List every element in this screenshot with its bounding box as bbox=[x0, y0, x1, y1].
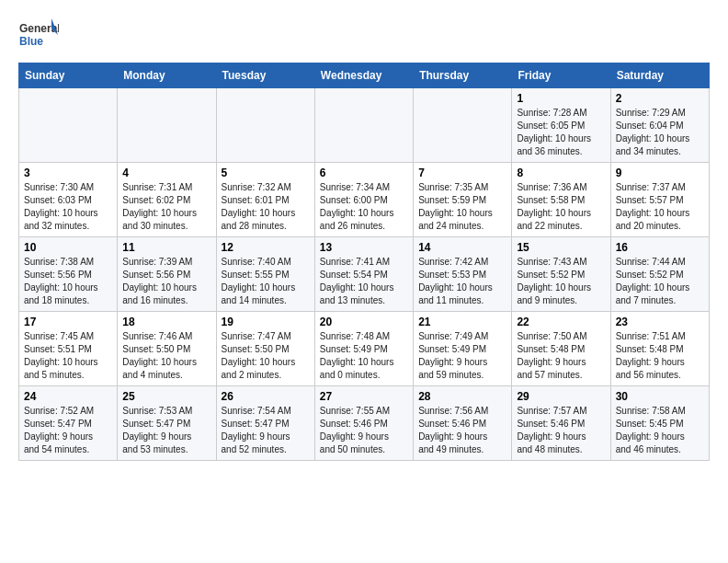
day-info: Sunrise: 7:34 AM Sunset: 6:00 PM Dayligh… bbox=[320, 181, 408, 233]
calendar-cell: 11Sunrise: 7:39 AM Sunset: 5:56 PM Dayli… bbox=[118, 237, 216, 312]
calendar-cell: 10Sunrise: 7:38 AM Sunset: 5:56 PM Dayli… bbox=[19, 237, 118, 312]
day-number: 29 bbox=[517, 390, 605, 403]
calendar-cell: 23Sunrise: 7:51 AM Sunset: 5:48 PM Dayli… bbox=[610, 312, 709, 386]
day-number: 8 bbox=[517, 167, 605, 179]
calendar-cell: 12Sunrise: 7:40 AM Sunset: 5:55 PM Dayli… bbox=[216, 237, 314, 312]
day-info: Sunrise: 7:50 AM Sunset: 5:48 PM Dayligh… bbox=[517, 330, 605, 382]
weekday-header-row: SundayMondayTuesdayWednesdayThursdayFrid… bbox=[19, 63, 710, 88]
calendar-cell: 17Sunrise: 7:45 AM Sunset: 5:51 PM Dayli… bbox=[19, 312, 118, 386]
week-row-2: 3Sunrise: 7:30 AM Sunset: 6:03 PM Daylig… bbox=[19, 163, 710, 237]
day-info: Sunrise: 7:49 AM Sunset: 5:49 PM Dayligh… bbox=[418, 330, 506, 382]
day-info: Sunrise: 7:56 AM Sunset: 5:46 PM Dayligh… bbox=[418, 405, 506, 456]
page: General Blue SundayMondayTuesdayWednesda… bbox=[0, 0, 728, 479]
day-number: 21 bbox=[418, 316, 506, 328]
weekday-header-friday: Friday bbox=[512, 63, 610, 88]
day-info: Sunrise: 7:52 AM Sunset: 5:47 PM Dayligh… bbox=[24, 405, 112, 456]
calendar-cell: 5Sunrise: 7:32 AM Sunset: 6:01 PM Daylig… bbox=[216, 163, 314, 237]
day-number: 5 bbox=[222, 167, 310, 179]
calendar-cell: 22Sunrise: 7:50 AM Sunset: 5:48 PM Dayli… bbox=[512, 312, 610, 386]
day-number: 16 bbox=[616, 241, 704, 254]
day-number: 22 bbox=[517, 316, 605, 328]
day-info: Sunrise: 7:47 AM Sunset: 5:50 PM Dayligh… bbox=[222, 330, 310, 382]
day-number: 23 bbox=[616, 316, 704, 328]
calendar-cell: 27Sunrise: 7:55 AM Sunset: 5:46 PM Dayli… bbox=[314, 386, 413, 461]
header: General Blue bbox=[18, 15, 710, 55]
day-info: Sunrise: 7:57 AM Sunset: 5:46 PM Dayligh… bbox=[517, 405, 605, 456]
calendar-cell bbox=[314, 88, 413, 163]
weekday-header-saturday: Saturday bbox=[610, 63, 709, 88]
day-number: 4 bbox=[122, 167, 210, 179]
calendar-cell: 30Sunrise: 7:58 AM Sunset: 5:45 PM Dayli… bbox=[610, 386, 709, 461]
weekday-header-sunday: Sunday bbox=[19, 63, 118, 88]
calendar-cell bbox=[414, 88, 512, 163]
day-number: 25 bbox=[122, 390, 210, 403]
week-row-5: 24Sunrise: 7:52 AM Sunset: 5:47 PM Dayli… bbox=[19, 386, 710, 461]
calendar-cell bbox=[216, 88, 314, 163]
calendar-cell: 13Sunrise: 7:41 AM Sunset: 5:54 PM Dayli… bbox=[314, 237, 413, 312]
calendar-cell: 8Sunrise: 7:36 AM Sunset: 5:58 PM Daylig… bbox=[512, 163, 610, 237]
weekday-header-thursday: Thursday bbox=[414, 63, 512, 88]
day-number: 27 bbox=[320, 390, 408, 403]
calendar-cell: 4Sunrise: 7:31 AM Sunset: 6:02 PM Daylig… bbox=[118, 163, 216, 237]
calendar-cell: 25Sunrise: 7:53 AM Sunset: 5:47 PM Dayli… bbox=[118, 386, 216, 461]
day-number: 19 bbox=[222, 316, 310, 328]
day-number: 24 bbox=[24, 390, 112, 403]
weekday-header-tuesday: Tuesday bbox=[216, 63, 314, 88]
day-info: Sunrise: 7:28 AM Sunset: 6:05 PM Dayligh… bbox=[517, 107, 605, 158]
calendar-cell: 3Sunrise: 7:30 AM Sunset: 6:03 PM Daylig… bbox=[19, 163, 118, 237]
day-number: 13 bbox=[320, 241, 408, 254]
calendar-table: SundayMondayTuesdayWednesdayThursdayFrid… bbox=[18, 63, 710, 461]
weekday-header-monday: Monday bbox=[118, 63, 216, 88]
calendar-cell: 9Sunrise: 7:37 AM Sunset: 5:57 PM Daylig… bbox=[610, 163, 709, 237]
calendar-cell: 14Sunrise: 7:42 AM Sunset: 5:53 PM Dayli… bbox=[414, 237, 512, 312]
day-info: Sunrise: 7:45 AM Sunset: 5:51 PM Dayligh… bbox=[24, 330, 112, 382]
day-number: 17 bbox=[24, 316, 112, 328]
day-info: Sunrise: 7:37 AM Sunset: 5:57 PM Dayligh… bbox=[616, 181, 704, 233]
day-number: 26 bbox=[222, 390, 310, 403]
day-number: 10 bbox=[24, 241, 112, 254]
day-number: 14 bbox=[418, 241, 506, 254]
calendar-cell: 15Sunrise: 7:43 AM Sunset: 5:52 PM Dayli… bbox=[512, 237, 610, 312]
day-info: Sunrise: 7:58 AM Sunset: 5:45 PM Dayligh… bbox=[616, 405, 704, 456]
week-row-3: 10Sunrise: 7:38 AM Sunset: 5:56 PM Dayli… bbox=[19, 237, 710, 312]
day-info: Sunrise: 7:35 AM Sunset: 5:59 PM Dayligh… bbox=[418, 181, 506, 233]
day-info: Sunrise: 7:32 AM Sunset: 6:01 PM Dayligh… bbox=[222, 181, 310, 233]
day-number: 3 bbox=[24, 167, 112, 179]
day-info: Sunrise: 7:38 AM Sunset: 5:56 PM Dayligh… bbox=[24, 256, 112, 307]
day-number: 28 bbox=[418, 390, 506, 403]
day-number: 6 bbox=[320, 167, 408, 179]
logo-svg: General Blue bbox=[18, 15, 59, 55]
day-info: Sunrise: 7:48 AM Sunset: 5:49 PM Dayligh… bbox=[320, 330, 408, 382]
calendar-cell: 6Sunrise: 7:34 AM Sunset: 6:00 PM Daylig… bbox=[314, 163, 413, 237]
weekday-header-wednesday: Wednesday bbox=[314, 63, 413, 88]
day-info: Sunrise: 7:43 AM Sunset: 5:52 PM Dayligh… bbox=[517, 256, 605, 307]
day-info: Sunrise: 7:44 AM Sunset: 5:52 PM Dayligh… bbox=[616, 256, 704, 307]
calendar-cell bbox=[118, 88, 216, 163]
day-number: 1 bbox=[517, 92, 605, 105]
week-row-1: 1Sunrise: 7:28 AM Sunset: 6:05 PM Daylig… bbox=[19, 88, 710, 163]
calendar-cell: 24Sunrise: 7:52 AM Sunset: 5:47 PM Dayli… bbox=[19, 386, 118, 461]
day-info: Sunrise: 7:36 AM Sunset: 5:58 PM Dayligh… bbox=[517, 181, 605, 233]
week-row-4: 17Sunrise: 7:45 AM Sunset: 5:51 PM Dayli… bbox=[19, 312, 710, 386]
day-number: 30 bbox=[616, 390, 704, 403]
day-info: Sunrise: 7:40 AM Sunset: 5:55 PM Dayligh… bbox=[222, 256, 310, 307]
calendar-cell: 18Sunrise: 7:46 AM Sunset: 5:50 PM Dayli… bbox=[118, 312, 216, 386]
calendar-cell: 20Sunrise: 7:48 AM Sunset: 5:49 PM Dayli… bbox=[314, 312, 413, 386]
day-info: Sunrise: 7:30 AM Sunset: 6:03 PM Dayligh… bbox=[24, 181, 112, 233]
day-number: 9 bbox=[616, 167, 704, 179]
day-number: 18 bbox=[122, 316, 210, 328]
calendar-cell: 28Sunrise: 7:56 AM Sunset: 5:46 PM Dayli… bbox=[414, 386, 512, 461]
day-info: Sunrise: 7:51 AM Sunset: 5:48 PM Dayligh… bbox=[616, 330, 704, 382]
calendar-body: 1Sunrise: 7:28 AM Sunset: 6:05 PM Daylig… bbox=[19, 88, 710, 461]
calendar-cell: 26Sunrise: 7:54 AM Sunset: 5:47 PM Dayli… bbox=[216, 386, 314, 461]
calendar-header: SundayMondayTuesdayWednesdayThursdayFrid… bbox=[19, 63, 710, 88]
calendar-cell: 1Sunrise: 7:28 AM Sunset: 6:05 PM Daylig… bbox=[512, 88, 610, 163]
calendar-cell bbox=[19, 88, 118, 163]
svg-text:Blue: Blue bbox=[19, 35, 43, 48]
day-number: 20 bbox=[320, 316, 408, 328]
calendar-cell: 2Sunrise: 7:29 AM Sunset: 6:04 PM Daylig… bbox=[610, 88, 709, 163]
calendar-cell: 16Sunrise: 7:44 AM Sunset: 5:52 PM Dayli… bbox=[610, 237, 709, 312]
calendar-cell: 21Sunrise: 7:49 AM Sunset: 5:49 PM Dayli… bbox=[414, 312, 512, 386]
day-info: Sunrise: 7:39 AM Sunset: 5:56 PM Dayligh… bbox=[122, 256, 210, 307]
day-info: Sunrise: 7:29 AM Sunset: 6:04 PM Dayligh… bbox=[616, 107, 704, 158]
